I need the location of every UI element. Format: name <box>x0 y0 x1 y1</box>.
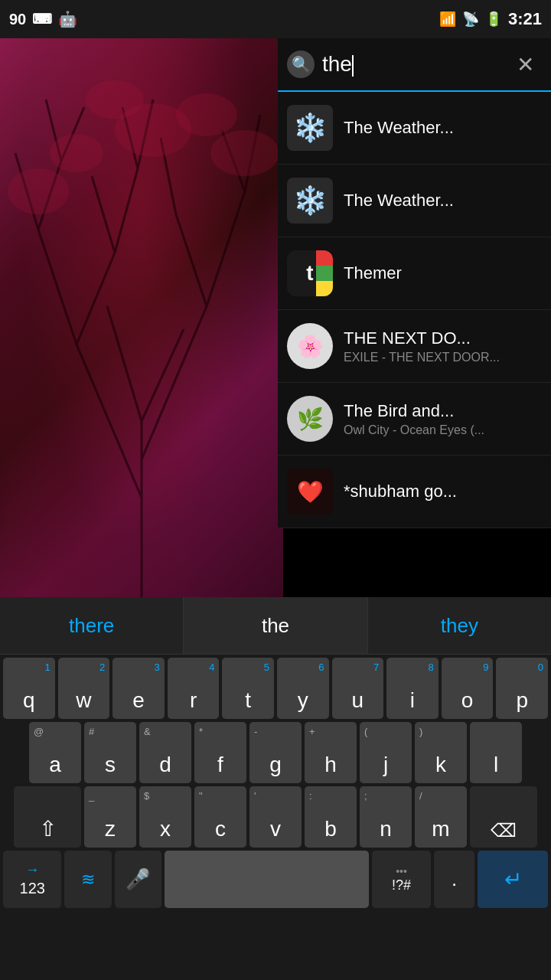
svg-line-9 <box>92 176 115 253</box>
keyboard: there the they 1q 2w 3e 4r 5t 6y 7u 8i 9… <box>0 597 551 980</box>
svg-line-10 <box>115 168 138 253</box>
battery-icon: 🔋 <box>485 11 502 28</box>
key-g[interactable]: -g <box>249 722 302 783</box>
svg-line-4 <box>77 253 115 345</box>
result-title-5: The Bird and... <box>344 401 542 421</box>
close-icon: ✕ <box>517 52 534 77</box>
result-text-3: Themer <box>344 263 542 283</box>
svg-line-2 <box>142 306 207 459</box>
svg-line-5 <box>207 191 245 306</box>
enter-key[interactable]: ↵ <box>478 851 548 908</box>
key-p[interactable]: 0p <box>496 658 548 719</box>
svg-line-6 <box>176 214 207 306</box>
svg-point-20 <box>8 168 69 214</box>
key-k[interactable]: )k <box>415 722 467 783</box>
suggestion-they[interactable]: they <box>368 597 551 654</box>
weather-app-icon-1: ❄️ <box>287 105 333 151</box>
punctuation-key[interactable]: ••• !?# <box>372 851 430 908</box>
result-title-1: The Weather... <box>344 118 542 138</box>
key-q[interactable]: 1q <box>3 658 55 719</box>
result-subtitle-5: Owl City - Ocean Eyes (... <box>344 423 542 437</box>
result-text-4: THE NEXT DO... EXILE - THE NEXT DOOR... <box>344 328 542 364</box>
android-icon: 🤖 <box>58 10 77 28</box>
key-e[interactable]: 3e <box>112 658 165 719</box>
key-d[interactable]: &d <box>139 722 191 783</box>
keyboard-bottom-row: → 123 ≋ 🎤 ••• !?# . ↵ <box>0 851 551 911</box>
key-n[interactable]: ;n <box>360 786 412 848</box>
enter-icon: ↵ <box>504 867 522 892</box>
numbers-key[interactable]: → 123 <box>3 851 61 908</box>
owl-city-album-art: 🌿 <box>287 396 333 442</box>
clear-search-button[interactable]: ✕ <box>508 47 542 81</box>
result-title-2: The Weather... <box>344 191 542 211</box>
search-panel: 🔍 the ✕ ❄️ The Weather... ❄️ The Weather… <box>278 38 551 528</box>
suggestion-the[interactable]: the <box>184 597 367 654</box>
signal-icon: 📡 <box>462 11 479 28</box>
wifi-icon: 📶 <box>439 11 456 28</box>
result-item-3[interactable]: t Themer <box>278 237 551 310</box>
key-z[interactable]: _z <box>84 786 136 848</box>
space-key[interactable] <box>165 851 370 908</box>
background-image <box>0 38 283 597</box>
result-subtitle-4: EXILE - THE NEXT DOOR... <box>344 351 542 364</box>
key-h[interactable]: +h <box>305 722 357 783</box>
result-title-6: *shubham go... <box>344 482 542 501</box>
svg-point-23 <box>210 130 279 176</box>
status-bar: 90 ⌨ 🤖 📶 📡 🔋 3:21 <box>0 0 551 38</box>
themer-app-icon: t <box>287 250 333 296</box>
result-text-6: *shubham go... <box>344 482 542 501</box>
microphone-key[interactable]: 🎤 <box>115 851 161 908</box>
suggestions-row: there the they <box>0 597 551 655</box>
key-u[interactable]: 7u <box>332 658 384 719</box>
result-text-2: The Weather... <box>344 191 542 211</box>
keyboard-icon: ⌨ <box>32 11 52 28</box>
key-rows: 1q 2w 3e 4r 5t 6y 7u 8i 9o 0p @a #s &d *… <box>0 655 551 848</box>
keyboard-row-2: @a #s &d *f -g +h (j )k l <box>3 722 548 783</box>
key-x[interactable]: $x <box>139 786 191 848</box>
suggestion-there[interactable]: there <box>0 597 184 654</box>
key-j[interactable]: (j <box>360 722 412 783</box>
key-y[interactable]: 6y <box>277 658 329 719</box>
key-s[interactable]: #s <box>84 722 136 783</box>
result-title-3: Themer <box>344 263 542 283</box>
shubham-icon: ❤️ <box>287 469 333 514</box>
result-text-1: The Weather... <box>344 118 542 138</box>
key-f[interactable]: *f <box>194 722 246 783</box>
key-w[interactable]: 2w <box>58 658 110 719</box>
delete-key[interactable]: ⌫ <box>470 786 537 848</box>
key-i[interactable]: 8i <box>386 658 439 719</box>
svg-point-24 <box>176 93 237 136</box>
microphone-icon: 🎤 <box>126 867 150 891</box>
swiftkey-logo-key[interactable]: ≋ <box>64 851 111 908</box>
key-l[interactable]: l <box>470 722 522 783</box>
next-door-album-art: 🌸 <box>287 323 333 369</box>
key-t[interactable]: 5t <box>222 658 274 719</box>
svg-line-14 <box>107 306 142 421</box>
weather-app-icon-2: ❄️ <box>287 178 333 224</box>
time-display: 3:21 <box>508 9 542 29</box>
result-item-1[interactable]: ❄️ The Weather... <box>278 92 551 165</box>
svg-line-3 <box>38 230 77 345</box>
result-item-5[interactable]: 🌿 The Bird and... Owl City - Ocean Eyes … <box>278 383 551 456</box>
key-o[interactable]: 9o <box>442 658 494 719</box>
period-key[interactable]: . <box>434 851 475 908</box>
shift-key[interactable]: ⇧ <box>14 786 81 848</box>
search-input[interactable]: the <box>322 52 500 77</box>
key-b[interactable]: :b <box>305 786 357 848</box>
result-title-4: THE NEXT DO... <box>344 328 542 348</box>
search-bar: 🔍 the ✕ <box>278 38 551 92</box>
key-a[interactable]: @a <box>29 722 81 783</box>
key-c[interactable]: "c <box>194 786 246 848</box>
search-icon: 🔍 <box>287 51 315 78</box>
key-r[interactable]: 4r <box>168 658 220 719</box>
keyboard-row-3: ⇧ _z $x "c 'v :b ;n /m ⌫ <box>3 786 548 848</box>
key-v[interactable]: 'v <box>249 786 302 848</box>
result-item-4[interactable]: 🌸 THE NEXT DO... EXILE - THE NEXT DOOR..… <box>278 310 551 383</box>
punct-label: !?# <box>392 877 411 893</box>
period-label: . <box>452 867 457 891</box>
svg-line-1 <box>77 345 142 498</box>
result-item-2[interactable]: ❄️ The Weather... <box>278 165 551 237</box>
key-m[interactable]: /m <box>415 786 467 848</box>
result-item-6[interactable]: ❤️ *shubham go... <box>278 456 551 528</box>
swiftkey-icon: ≋ <box>81 870 95 890</box>
